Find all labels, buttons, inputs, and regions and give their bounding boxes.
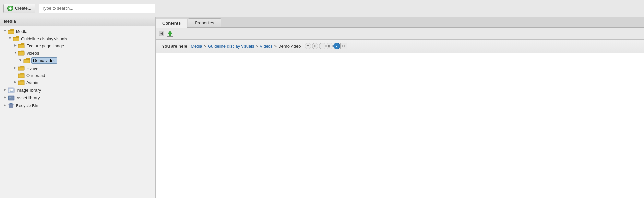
- tab-contents[interactable]: Contents: [156, 19, 187, 28]
- tree-item-admin[interactable]: ▶ Admin: [0, 79, 155, 86]
- svg-rect-17: [167, 36, 173, 37]
- expand-arrow-media: ▼: [3, 29, 7, 34]
- folder-icon-home: [18, 66, 25, 71]
- create-label: Create...: [15, 6, 31, 11]
- expand-arrow-admin: ▶: [13, 80, 18, 85]
- tree-label-media: Media: [16, 29, 27, 34]
- tree-container: ▼ Media ▼ Guideline di: [0, 26, 155, 198]
- tree-item-videos[interactable]: ▼ Videos: [0, 49, 155, 56]
- expand-arrow-home: ▶: [13, 66, 18, 70]
- create-button[interactable]: + Create...: [3, 4, 35, 13]
- folder-icon-videos: [18, 50, 25, 56]
- tree-item-home[interactable]: ▶ Home: [0, 65, 155, 72]
- action-bar: ◀: [156, 28, 644, 40]
- breadcrumb-current: Demo video: [278, 44, 301, 49]
- collapse-arrow[interactable]: ◀: [159, 31, 164, 36]
- tree-label-our-brand: Our brand: [26, 73, 45, 78]
- view-btn-list[interactable]: ≡: [305, 43, 311, 49]
- expand-arrow-asset-library: ▶: [3, 95, 7, 100]
- breadcrumb-link-guideline[interactable]: Guideline display visuals: [208, 44, 254, 49]
- view-buttons: ≡ ⊞ ▦ ● □: [305, 43, 351, 49]
- tree-item-media[interactable]: ▼ Media: [0, 28, 155, 35]
- tree-label-feature: Feature page image: [26, 43, 64, 48]
- tree-item-image-library[interactable]: ▶ Image library: [0, 86, 155, 94]
- tree-label-recycle-bin: Recycle Bin: [16, 103, 38, 108]
- folder-icon-media: [8, 29, 14, 34]
- folder-icon-guideline: [13, 36, 19, 41]
- expand-arrow-feature: ▶: [13, 43, 18, 48]
- tree-item-guideline[interactable]: ▼ Guideline display visuals: [0, 35, 155, 42]
- tree-label-demo-video: Demo video: [31, 57, 57, 64]
- breadcrumb-prefix: You are here:: [162, 44, 189, 49]
- folder-icon-demo-video: [23, 58, 30, 63]
- view-separator: [349, 43, 349, 49]
- tree-label-videos: Videos: [26, 51, 39, 56]
- upload-button[interactable]: [166, 30, 174, 37]
- view-btn-grid[interactable]: ⊞: [312, 43, 318, 49]
- view-btn-detail[interactable]: ●: [333, 43, 340, 49]
- svg-point-6: [10, 90, 11, 90]
- tree-label-admin: Admin: [26, 80, 38, 85]
- main-layout: Media ▼ Media ▼: [0, 17, 644, 198]
- tree-label-home: Home: [26, 66, 38, 71]
- svg-marker-15: [168, 31, 172, 34]
- breadcrumb-link-videos[interactable]: Videos: [260, 44, 273, 49]
- expand-arrow-videos: ▼: [13, 51, 18, 55]
- create-icon: +: [7, 6, 13, 11]
- panel-header: Media: [0, 17, 155, 26]
- svg-point-9: [9, 97, 11, 98]
- tree-item-our-brand[interactable]: Our brand: [0, 72, 155, 79]
- folder-icon-feature: [18, 43, 25, 48]
- expand-arrow-image-library: ▶: [3, 88, 7, 92]
- folder-icon-our-brand: [18, 73, 25, 78]
- breadcrumb-sep-3: >: [274, 44, 277, 49]
- breadcrumb-link-media[interactable]: Media: [191, 44, 202, 49]
- right-panel: Contents Properties ◀ Y: [156, 17, 644, 198]
- breadcrumb-area: You are here: Media > Guideline display …: [156, 40, 644, 53]
- tree-item-demo-video[interactable]: ▼ Demo video: [0, 56, 155, 65]
- tree-label-guideline: Guideline display visuals: [21, 36, 67, 41]
- expand-arrow-recycle-bin: ▶: [3, 103, 7, 108]
- content-body: [156, 53, 644, 198]
- toolbar: + Create...: [0, 0, 644, 17]
- tree-label-asset-library: Asset library: [17, 95, 40, 100]
- svg-rect-16: [169, 34, 171, 36]
- folder-icon-image-library: [8, 87, 15, 93]
- view-btn-checkbox[interactable]: □: [340, 43, 347, 49]
- search-input[interactable]: [39, 4, 155, 13]
- view-btn-circle1[interactable]: [319, 43, 326, 49]
- breadcrumb-sep-1: >: [204, 44, 207, 49]
- expand-arrow-demo-video: ▼: [18, 58, 23, 63]
- folder-icon-admin: [18, 80, 25, 85]
- expand-arrow-guideline: ▼: [8, 36, 12, 41]
- tabs-bar: Contents Properties: [156, 17, 644, 28]
- tree-item-feature[interactable]: ▶ Feature page image: [0, 42, 155, 49]
- view-btn-tiles[interactable]: ▦: [326, 43, 333, 49]
- tree-item-asset-library[interactable]: ▶ Asset library: [0, 94, 155, 102]
- breadcrumb-sep-2: >: [256, 44, 258, 49]
- tree-item-recycle-bin[interactable]: ▶ Recycle Bin: [0, 102, 155, 109]
- content-area: ◀ You are here: Media > Guideline displa…: [156, 28, 644, 198]
- folder-icon-asset-library: [8, 95, 15, 101]
- folder-icon-recycle-bin: [8, 103, 14, 108]
- tab-properties[interactable]: Properties: [188, 18, 221, 27]
- tree-label-image-library: Image library: [17, 88, 41, 93]
- left-panel: Media ▼ Media ▼: [0, 17, 156, 198]
- svg-rect-14: [10, 103, 12, 104]
